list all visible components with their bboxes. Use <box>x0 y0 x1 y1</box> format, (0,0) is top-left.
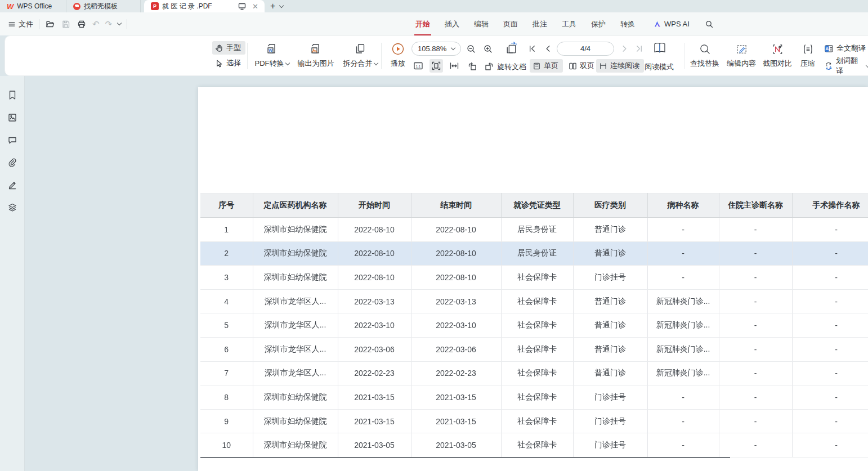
read-mode-label[interactable]: 阅读模式 <box>645 62 674 72</box>
compress-icon <box>802 41 815 56</box>
table-cell: 新冠肺炎门诊... <box>647 361 719 385</box>
table-cell: 3 <box>200 266 253 290</box>
split-merge-button[interactable]: 拆分合并 <box>341 41 380 69</box>
toolbar: 手型 选择 W PDF转换 输出为图片 拆分合并 <box>5 35 868 76</box>
present-to-screen-icon[interactable] <box>237 1 247 11</box>
wps-ai-button[interactable]: WPS AI <box>653 20 690 28</box>
layers-icon[interactable] <box>7 203 17 213</box>
full-translate-button[interactable]: A 全文翻译 <box>821 42 868 55</box>
chevron-down-icon <box>279 3 284 7</box>
fit-page-button[interactable] <box>429 59 443 73</box>
column-header: 结束时间 <box>411 194 501 218</box>
rotate-right-button[interactable] <box>482 60 496 73</box>
word-translate-button[interactable]: Ax 划词翻译 <box>821 59 868 73</box>
find-replace-button[interactable]: 查找替换 <box>687 41 722 69</box>
redo-icon[interactable]: ↷ <box>105 20 113 28</box>
signature-icon[interactable] <box>7 180 17 190</box>
zoom-in-button[interactable] <box>481 42 495 56</box>
last-page-button[interactable] <box>633 43 645 54</box>
table-cell: 2022-03-13 <box>411 289 501 313</box>
split-merge-icon <box>354 41 367 56</box>
word-translate-label: 划词翻译 <box>836 56 863 76</box>
comment-icon[interactable] <box>7 135 17 145</box>
export-image-label: 输出为图片 <box>298 59 334 69</box>
menu-tab-tools[interactable]: 工具 <box>562 12 576 36</box>
table-cell: 2022-08-10 <box>411 266 501 290</box>
zoom-level-dropdown[interactable]: 105.88% <box>411 42 461 56</box>
single-page-button[interactable]: 单页 <box>530 59 563 73</box>
menu-tab-protect[interactable]: 保护 <box>591 12 606 36</box>
menu-tab-annotate[interactable]: 批注 <box>533 12 547 36</box>
wps-ai-icon <box>653 20 661 28</box>
file-menu-label: 文件 <box>19 19 33 29</box>
table-cell: 社会保障卡 <box>501 409 573 433</box>
search-icon[interactable] <box>704 19 714 29</box>
table-cell: 深圳市龙华区人... <box>253 337 338 361</box>
save-icon[interactable] <box>61 19 71 29</box>
compress-button[interactable]: 压缩 <box>797 41 819 69</box>
table-cell: - <box>719 266 792 290</box>
pdf-page[interactable]: 序号 定点医药机构名称 开始时间 结束时间 就诊凭证类型 医疗类别 病种名称 住… <box>198 87 868 471</box>
tab-medical-record-pdf[interactable]: P 就 医 记 录 .PDF ✕ <box>144 0 265 12</box>
close-tab-icon[interactable]: ✕ <box>250 2 260 11</box>
pdf-convert-label: PDF转换 <box>255 59 284 69</box>
table-cell: 2022-03-10 <box>338 313 411 338</box>
quick-access-chevron-icon[interactable] <box>117 21 122 25</box>
screenshot-compare-icon <box>771 41 784 56</box>
menu-tab-convert[interactable]: 转换 <box>620 12 635 36</box>
table-cell: - <box>719 385 792 410</box>
table-cell: 2021-03-05 <box>411 433 501 457</box>
print-icon[interactable] <box>77 19 87 29</box>
rotate-left-button[interactable] <box>466 60 479 73</box>
divider <box>127 19 127 29</box>
previous-page-button[interactable] <box>542 43 553 54</box>
full-translate-icon: A <box>824 44 834 53</box>
fit-width-button[interactable] <box>448 59 461 73</box>
menu-tab-page[interactable]: 页面 <box>503 12 518 36</box>
actual-size-button[interactable]: 1:1 <box>411 59 425 73</box>
divider <box>684 43 684 69</box>
table-cell: 2022-02-23 <box>411 361 501 385</box>
continuous-read-icon <box>599 62 607 70</box>
zoom-out-button[interactable] <box>464 42 478 56</box>
rotate-document-label[interactable]: 旋转文档 <box>497 62 526 72</box>
tab-docer-templates[interactable]: 找稻壳模板 <box>66 0 141 12</box>
double-page-label: 双页 <box>580 61 594 71</box>
tab-wps-office[interactable]: W WPS Office <box>0 0 66 12</box>
table-cell: - <box>792 337 868 361</box>
undo-icon[interactable]: ↶ <box>92 20 100 28</box>
table-row: 9深圳市妇幼保健院2021-03-152021-03-15社会保障卡门诊挂号--… <box>200 409 868 433</box>
next-page-button[interactable] <box>619 43 630 54</box>
menu-tab-home[interactable]: 开始 <box>415 12 430 36</box>
export-image-button[interactable]: 输出为图片 <box>293 41 338 69</box>
pdf-convert-button[interactable]: W PDF转换 <box>253 41 291 69</box>
screenshot-compare-button[interactable]: 截图对比 <box>760 41 795 69</box>
table-cell: 1 <box>200 218 253 242</box>
table-cell: 深圳市龙华区人... <box>253 313 338 338</box>
first-page-button[interactable] <box>526 43 538 54</box>
table-cell: 2022-03-06 <box>411 337 501 361</box>
edit-content-button[interactable]: 编辑内容 <box>724 41 759 69</box>
thumbnail-icon[interactable] <box>7 113 17 123</box>
bookmark-icon[interactable] <box>7 90 17 100</box>
rotate-document-icon[interactable] <box>504 41 519 56</box>
table-cell: 2021-03-15 <box>338 385 411 410</box>
page-indicator-value[interactable] <box>560 44 611 53</box>
page-indicator-input[interactable] <box>557 42 614 56</box>
menu-tab-edit[interactable]: 编辑 <box>474 12 489 36</box>
open-file-icon[interactable] <box>45 19 55 29</box>
table-row: 10深圳市妇幼保健院2021-03-052021-03-05社会保障卡门诊挂号-… <box>200 433 868 457</box>
select-tool-button[interactable]: 选择 <box>212 56 245 70</box>
menu-bar: 文件 ↶ ↷ 开始 插入 编辑 页面 批注 工具 保护 转换 <box>0 12 868 35</box>
svg-text:W: W <box>269 48 273 53</box>
read-mode-icon[interactable] <box>652 41 667 55</box>
hand-tool-button[interactable]: 手型 <box>212 41 245 55</box>
attachment-icon[interactable] <box>7 158 17 168</box>
new-tab-button[interactable]: + <box>265 0 289 12</box>
continuous-read-button[interactable]: 连续阅读 <box>596 59 644 73</box>
table-cell: 深圳市妇幼保健院 <box>253 218 338 242</box>
export-image-icon <box>309 41 323 56</box>
menu-tab-insert[interactable]: 插入 <box>445 12 459 36</box>
play-button[interactable]: 播放 <box>386 41 410 69</box>
file-menu-button[interactable]: 文件 <box>8 19 33 29</box>
